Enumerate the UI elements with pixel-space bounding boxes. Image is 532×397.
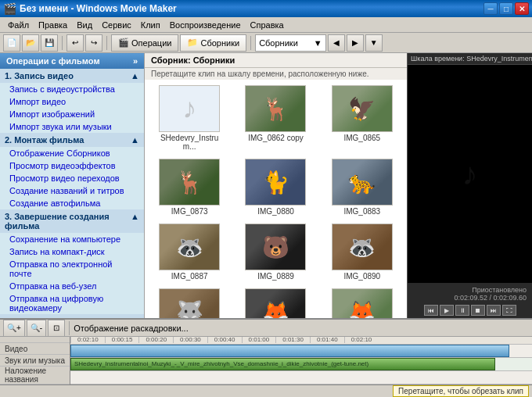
- media-label: IMG_0883: [343, 207, 380, 216]
- link-import-video[interactable]: Импорт видео: [0, 95, 144, 108]
- section-finish[interactable]: 3. Завершение создания фильма ▲: [0, 209, 144, 233]
- timeline-zoom-out[interactable]: 🔍-: [27, 320, 46, 337]
- list-item[interactable]: 🦊IMG_0893: [321, 286, 404, 318]
- link-save-cd[interactable]: Запись на компакт-диск: [0, 245, 144, 258]
- link-import-audio[interactable]: Импорт звука или музыки: [0, 120, 144, 133]
- save-button[interactable]: 💾: [41, 34, 58, 52]
- maximize-button[interactable]: □: [499, 2, 513, 15]
- list-item[interactable]: 🦝IMG_0890: [321, 221, 404, 283]
- media-thumbnail: 🐈: [245, 159, 306, 206]
- pause-button[interactable]: ⏸: [455, 305, 469, 316]
- timeline-main: Видео Звук или музыка Наложение названия…: [0, 337, 532, 384]
- stop-button[interactable]: ⏹: [471, 305, 485, 316]
- list-item[interactable]: 🦌IMG_0862 copy: [234, 83, 317, 153]
- link-show-collections[interactable]: Отображение Сборников: [0, 147, 144, 159]
- list-item[interactable]: ♪SHedevry_Instrum...: [148, 83, 231, 153]
- media-label: IMG_0865: [343, 134, 380, 142]
- undo-button[interactable]: ↩: [66, 34, 84, 52]
- menu-help[interactable]: Справка: [246, 19, 289, 31]
- forward-button[interactable]: ▶: [347, 34, 364, 52]
- operations-tab[interactable]: 🎬 Операции: [111, 34, 178, 52]
- status-trim-hint: Перетащите, чтобы обрезать клип: [393, 385, 529, 397]
- new-button[interactable]: 📄: [3, 34, 20, 52]
- close-button[interactable]: ✕: [515, 2, 529, 15]
- media-label: IMG_0889: [257, 272, 294, 281]
- link-video-transitions[interactable]: Просмотр видео переходов: [0, 172, 144, 184]
- section-edit[interactable]: 2. Монтаж фильма ▲: [0, 133, 144, 147]
- collections-tab[interactable]: 📁 Сборники: [180, 34, 246, 52]
- open-button[interactable]: 📂: [22, 34, 39, 52]
- link-capture-video[interactable]: Запись с видеоустройства: [0, 83, 144, 95]
- link-titles[interactable]: Создание названий и титров: [0, 184, 144, 197]
- nav-down-button[interactable]: ▼: [365, 34, 383, 52]
- section-tips[interactable]: Советы по созданию фильмов ▲: [0, 314, 144, 318]
- ruler-mark: 0:02:10: [344, 337, 379, 343]
- list-item[interactable]: 🐈IMG_0880: [234, 156, 317, 218]
- chevron-icon4: ▲: [131, 317, 139, 318]
- media-thumbnail: 🦝: [332, 224, 393, 270]
- link-import-images[interactable]: Импорт изображений: [0, 108, 144, 120]
- list-item[interactable]: 🦅IMG_0865: [321, 83, 404, 153]
- fullscreen-button[interactable]: ⛶: [502, 305, 516, 316]
- preview-timecode: 0:02:09.52 / 0:02:09.60: [454, 294, 527, 302]
- menu-file[interactable]: Файл: [3, 19, 34, 31]
- preview-screen: ♪: [408, 65, 532, 283]
- toolbar-sep3: [250, 36, 251, 50]
- chevron-icon2: ▲: [131, 135, 139, 145]
- menubar: Файл Правка Вид Сервис Клип Воспроизведе…: [0, 17, 532, 33]
- content-subtitle: Перетащите клип на шкалу времени, распол…: [145, 68, 407, 80]
- titlebar-left: 🎬 Без имени - Windows Movie Maker: [3, 2, 177, 15]
- panel-expand-icon[interactable]: »: [133, 56, 138, 66]
- timeline-zoom-in[interactable]: 🔍+: [3, 320, 25, 337]
- redo-button[interactable]: ↪: [85, 34, 102, 52]
- menu-service[interactable]: Сервис: [97, 19, 136, 31]
- section-capture[interactable]: 1. Запись видео ▲: [0, 69, 144, 83]
- track-video[interactable]: [70, 345, 532, 358]
- list-item[interactable]: 🦌IMG_0873: [148, 156, 231, 218]
- timeline-mode-label: Отображение раскадровки...: [74, 324, 189, 333]
- toolbar: 📄 📂 💾 ↩ ↪ 🎬 Операции 📁 Сборники Сборники…: [0, 33, 532, 53]
- media-thumbnail: 🐆: [332, 159, 393, 206]
- list-item[interactable]: 🦝IMG_0887: [148, 221, 231, 283]
- media-thumbnail: 🦊: [332, 288, 393, 318]
- timeline-fit[interactable]: ⊡: [48, 320, 65, 337]
- track-overlay[interactable]: [70, 371, 532, 384]
- next-frame-button[interactable]: ⏭: [487, 305, 501, 316]
- minimize-button[interactable]: ─: [483, 2, 498, 15]
- media-thumbnail: 🦌: [245, 85, 306, 132]
- media-label: IMG_0873: [171, 207, 208, 216]
- link-send-cam[interactable]: Отправка на цифровую видеокамеру: [0, 292, 144, 314]
- media-thumbnail: 🦌: [159, 159, 220, 206]
- ruler-mark: 0:00:40: [207, 337, 242, 343]
- track-label-overlay: Наложение названия: [0, 367, 70, 384]
- media-label: SHedevry_Instrum...: [154, 134, 225, 151]
- link-autofilm[interactable]: Создание автофильма: [0, 197, 144, 209]
- list-item[interactable]: 🐆IMG_0883: [321, 156, 404, 218]
- link-video-effects[interactable]: Просмотр видеоэффектов: [0, 159, 144, 172]
- link-send-email[interactable]: Отправка по электронной почте: [0, 258, 144, 280]
- menu-clip[interactable]: Клип: [136, 19, 165, 31]
- preview-buttons: ⏮ ▶ ⏸ ⏹ ⏭ ⛶: [424, 305, 516, 316]
- play-button[interactable]: ▶: [440, 305, 454, 316]
- menu-view[interactable]: Вид: [72, 19, 97, 31]
- link-save-pc[interactable]: Сохранение на компьютере: [0, 233, 144, 245]
- ruler-mark: 0:00:20: [138, 337, 173, 343]
- collections-dropdown[interactable]: Сборники▼: [255, 34, 326, 52]
- media-label: IMG_0887: [171, 272, 208, 281]
- prev-frame-button[interactable]: ⏮: [424, 305, 438, 316]
- window-title: Без имени - Windows Movie Maker: [20, 3, 177, 14]
- track-audio[interactable]: SHedevry_Instrumentalnoi_Muzyki_-_V_mire…: [70, 358, 532, 371]
- list-item[interactable]: 🐺IMG_0891: [148, 286, 231, 318]
- menu-playback[interactable]: Воспроизведение: [165, 19, 246, 31]
- ruler-mark: 0:01:40: [310, 337, 344, 343]
- right-panel: Шкала времени: SHedevry_Instrumentaln...…: [407, 53, 532, 318]
- link-send-web[interactable]: Отправка на веб-узел: [0, 280, 144, 292]
- back-button[interactable]: ◀: [328, 34, 345, 52]
- ruler-mark: 0:01:30: [275, 337, 310, 343]
- list-item[interactable]: 🐻IMG_0889: [234, 221, 317, 283]
- menu-edit[interactable]: Правка: [34, 19, 72, 31]
- timeline-area: 🔍+ 🔍- ⊡ Отображение раскадровки... Видео…: [0, 318, 532, 397]
- list-item[interactable]: 🦊IMG_0892: [234, 286, 317, 318]
- chevron-icon3: ▲: [131, 212, 139, 231]
- preview-header: Шкала времени: SHedevry_Instrumentaln...: [408, 53, 532, 65]
